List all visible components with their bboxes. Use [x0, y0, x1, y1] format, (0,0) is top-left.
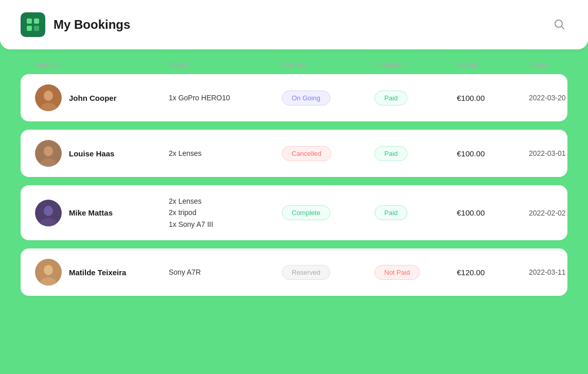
status-badge: On Going [282, 91, 330, 105]
svg-line-5 [562, 26, 564, 28]
value-cell: €100.00 [457, 149, 529, 158]
svg-point-7 [44, 91, 53, 101]
svg-point-10 [44, 146, 53, 156]
status-badge: Complete [282, 205, 330, 220]
payment-cell: Paid [375, 91, 457, 105]
svg-point-13 [44, 206, 53, 216]
status-cell: Reserved [282, 265, 375, 280]
avatar [35, 259, 62, 286]
payment-badge: Paid [375, 205, 407, 220]
payment-badge: Paid [375, 146, 407, 161]
renter-cell: Mike Mattas [35, 200, 169, 226]
page-title: My Bookings [54, 17, 130, 32]
items-cell: 1x GoPro HERO10 [169, 92, 282, 103]
avatar [35, 84, 62, 111]
table-header: RENTER ITEMS STATUS PAYMENT VALUE FROM [21, 62, 567, 68]
svg-rect-1 [34, 19, 39, 24]
svg-rect-0 [27, 19, 32, 24]
from-cell: 2022-03-01 [529, 149, 588, 157]
search-button[interactable] [551, 16, 567, 34]
avatar [35, 140, 62, 167]
svg-point-4 [555, 20, 562, 27]
items-cell: 2x Lenses2x tripod1x Sony A7 III [169, 195, 282, 230]
status-cell: Cancelled [282, 146, 375, 161]
renter-cell: John Cooper [35, 84, 169, 111]
main-content: RENTER ITEMS STATUS PAYMENT VALUE FROM J… [0, 49, 588, 316]
from-cell: 2022-03-11 [529, 268, 588, 276]
table-row[interactable]: Louise Haas 2x Lenses Cancelled Paid €10… [21, 130, 567, 177]
header-left: My Bookings [21, 12, 130, 37]
payment-badge: Not Paid [375, 265, 420, 280]
status-cell: On Going [282, 91, 375, 105]
col-value: VALUE [457, 62, 529, 68]
renter-name: Matilde Teixeira [69, 268, 126, 277]
col-status: STATUS [282, 62, 375, 68]
items-cell: 2x Lenses [169, 148, 282, 159]
renter-name: John Cooper [69, 94, 117, 102]
renter-name: Louise Haas [69, 149, 114, 158]
svg-point-16 [44, 265, 53, 275]
app-wrapper: My Bookings RENTER ITEMS STATUS PAYMENT … [0, 0, 588, 374]
status-badge: Reserved [282, 265, 330, 280]
value-cell: €100.00 [457, 208, 529, 217]
table-row[interactable]: John Cooper 1x GoPro HERO10 On Going Pai… [21, 74, 567, 121]
bookings-list: John Cooper 1x GoPro HERO10 On Going Pai… [21, 74, 567, 296]
search-icon [553, 18, 565, 30]
from-cell: 2022-02-02 [529, 209, 588, 217]
col-from: FROM [529, 62, 588, 68]
renter-name: Mike Mattas [69, 208, 113, 217]
payment-cell: Not Paid [375, 265, 457, 280]
svg-rect-2 [27, 26, 32, 31]
status-cell: Complete [282, 205, 375, 220]
status-badge: Cancelled [282, 146, 331, 161]
table-row[interactable]: Matilde Teixeira Sony A7R Reserved Not P… [21, 248, 567, 296]
avatar [35, 200, 62, 226]
payment-cell: Paid [375, 205, 457, 220]
renter-cell: Louise Haas [35, 140, 169, 167]
header-card: My Bookings [0, 0, 588, 49]
renter-cell: Matilde Teixeira [35, 259, 169, 286]
svg-rect-3 [34, 26, 39, 31]
col-payment: PAYMENT [375, 62, 457, 68]
col-items: ITEMS [169, 62, 282, 68]
from-cell: 2022-03-20 [529, 94, 588, 102]
payment-cell: Paid [375, 146, 457, 161]
col-renter: RENTER [35, 62, 169, 68]
value-cell: €100.00 [457, 94, 529, 102]
table-row[interactable]: Mike Mattas 2x Lenses2x tripod1x Sony A7… [21, 185, 567, 240]
items-cell: Sony A7R [169, 266, 282, 278]
app-logo [21, 12, 45, 37]
value-cell: €120.00 [457, 268, 529, 277]
payment-badge: Paid [375, 91, 407, 105]
